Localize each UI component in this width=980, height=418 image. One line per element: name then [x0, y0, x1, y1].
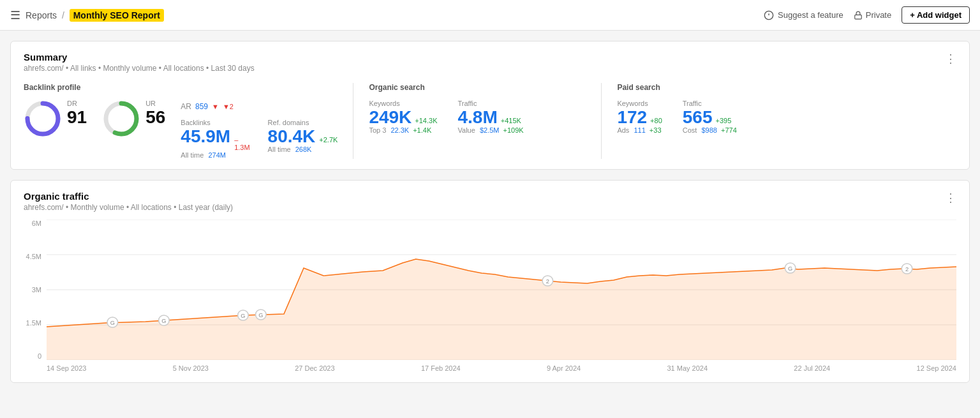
- summary-menu-icon[interactable]: ⋮: [945, 52, 956, 66]
- ur-label: UR: [145, 100, 165, 107]
- event-label-5: 2: [546, 278, 549, 285]
- x-axis: 14 Sep 2023 5 Nov 2023 27 Dec 2023 17 Fe…: [47, 362, 956, 372]
- add-widget-button[interactable]: + Add widget: [902, 6, 970, 24]
- organic-keywords-top3: Top 3 22.3K +1.4K: [369, 126, 437, 134]
- summary-body: Backlink profile DR 91: [24, 83, 956, 159]
- backlink-profile-title: Backlink profile: [24, 83, 338, 92]
- paid-traffic-label: Traffic: [683, 100, 737, 107]
- organic-search-section: Organic search Keywords 249K +14.3K Top …: [369, 83, 586, 159]
- reports-label[interactable]: Reports: [26, 10, 57, 20]
- chart-area: G G G G 2 G 2: [47, 220, 956, 372]
- backlink-profile-section: Backlink profile DR 91: [24, 83, 338, 159]
- x-label-sep24: 12 Sep 2024: [917, 364, 956, 372]
- private-button[interactable]: Private: [854, 10, 891, 20]
- paid-traffic-metric: Traffic 565 +395 Cost $988 +774: [683, 100, 737, 134]
- ar-label: AR: [181, 102, 191, 111]
- refdomains-metric: Ref. domains 80.4K +2.7K All time 268K: [268, 119, 338, 159]
- chart-svg: G G G G 2 G 2: [47, 220, 956, 360]
- x-label-apr24: 9 Apr 2024: [547, 364, 581, 372]
- organic-search-metrics: Keywords 249K +14.3K Top 3 22.3K +1.4K T…: [369, 100, 586, 134]
- paid-traffic-change: +395: [716, 117, 732, 124]
- paid-keywords-label: Keywords: [617, 100, 662, 107]
- organic-traffic-menu-icon[interactable]: ⋮: [945, 191, 956, 205]
- organic-traffic-change: +415K: [501, 117, 521, 124]
- paid-keywords-value: 172: [617, 108, 647, 126]
- ar-drop: ▼: [212, 103, 219, 110]
- paid-keywords-metric: Keywords 172 +80 Ads 111 +33: [617, 100, 662, 134]
- summary-card-header: Summary ahrefs.com/ • All links • Monthl…: [24, 52, 956, 73]
- backlink-row: DR 91 UR: [24, 100, 338, 159]
- breadcrumb-sep: /: [62, 10, 64, 20]
- dr-value: 91: [67, 108, 87, 126]
- summary-title: Summary: [24, 52, 255, 63]
- ar-row: AR 859 ▼ ▼2: [181, 102, 338, 111]
- dr-donut-svg: [24, 100, 62, 138]
- divider-1: [353, 83, 353, 159]
- backlinks-alltime: All time 274M: [181, 151, 249, 159]
- y-label-1-5m: 1.5M: [26, 319, 41, 327]
- main-content: Summary ahrefs.com/ • All links • Monthl…: [0, 31, 980, 403]
- summary-card: Summary ahrefs.com/ • All links • Monthl…: [10, 41, 970, 170]
- paid-keywords-change: +80: [650, 117, 662, 124]
- backlinks-label: Backlinks: [181, 119, 249, 126]
- breadcrumb: Reports / Monthly SEO Report: [26, 10, 164, 20]
- dr-donut: [24, 100, 62, 138]
- ar-value: 859: [195, 102, 208, 111]
- organic-traffic-subtitle: ahrefs.com/ • Monthly volume • All locat…: [24, 203, 233, 212]
- organic-traffic-card: Organic traffic ahrefs.com/ • Monthly vo…: [10, 180, 970, 383]
- topbar: ☰ Reports / Monthly SEO Report Suggest a…: [0, 0, 980, 31]
- x-label-jul24: 22 Jul 2024: [794, 364, 830, 372]
- ur-value: 56: [145, 108, 165, 126]
- organic-traffic-title: Organic traffic: [24, 191, 233, 202]
- dr-label: DR: [67, 100, 87, 107]
- organic-traffic-metric: Traffic 4.8M +415K Value $2.5M +109K: [458, 100, 524, 134]
- paid-cost-row: Cost $988 +774: [683, 126, 737, 134]
- ur-group: UR 56: [102, 100, 165, 138]
- organic-keywords-change: +14.3K: [415, 117, 437, 124]
- backlinks-ref-group: AR 859 ▼ ▼2 Backlinks 45.9M –1.3M: [181, 100, 338, 159]
- refdomains-change: +2.7K: [319, 136, 338, 144]
- organic-keywords-value: 249K: [369, 108, 412, 126]
- organic-keywords-label: Keywords: [369, 100, 437, 107]
- organic-traffic-titles: Organic traffic ahrefs.com/ • Monthly vo…: [24, 191, 233, 212]
- x-label-nov23: 5 Nov 2023: [173, 364, 209, 372]
- ur-metric: UR 56: [145, 100, 165, 126]
- backlinks-value: 45.9M: [181, 128, 230, 146]
- suggest-icon: [764, 10, 774, 20]
- divider-2: [601, 83, 602, 159]
- paid-ads-row: Ads 111 +33: [617, 126, 662, 134]
- summary-subtitle: ahrefs.com/ • All links • Monthly volume…: [24, 64, 255, 73]
- paid-search-section: Paid search Keywords 172 +80 Ads 111 +33: [617, 83, 956, 159]
- organic-traffic-value-row: Value $2.5M +109K: [458, 126, 524, 134]
- organic-traffic-label: Traffic: [458, 100, 524, 107]
- lock-icon: [854, 11, 863, 20]
- x-label-dec23: 27 Dec 2023: [295, 364, 334, 372]
- x-label-sep23: 14 Sep 2023: [47, 364, 86, 372]
- dr-group: DR 91: [24, 100, 87, 138]
- ur-donut-svg: [102, 100, 140, 138]
- ur-donut: [102, 100, 140, 138]
- ar-drop-val: ▼2: [223, 103, 234, 110]
- paid-traffic-value: 565: [683, 108, 713, 126]
- backlinks-metric: Backlinks 45.9M –1.3M All time 274M: [181, 119, 249, 159]
- y-axis: 6M 4.5M 3M 1.5M 0: [24, 220, 47, 360]
- refdomains-label: Ref. domains: [268, 119, 338, 126]
- event-label-3: G: [241, 313, 245, 319]
- svg-rect-1: [855, 15, 862, 19]
- event-label-7: 2: [905, 266, 909, 272]
- hamburger-icon[interactable]: ☰: [10, 8, 20, 22]
- event-label-2: G: [161, 318, 166, 324]
- y-label-4-5m: 4.5M: [26, 253, 41, 260]
- topbar-left: ☰ Reports / Monthly SEO Report: [10, 8, 164, 22]
- organic-keywords-metric: Keywords 249K +14.3K Top 3 22.3K +1.4K: [369, 100, 437, 134]
- suggest-feature-button[interactable]: Suggest a feature: [764, 10, 843, 20]
- summary-card-titles: Summary ahrefs.com/ • All links • Monthl…: [24, 52, 255, 73]
- x-label-feb24: 17 Feb 2024: [421, 364, 461, 372]
- event-label-4: G: [258, 312, 263, 318]
- organic-traffic-value: 4.8M: [458, 108, 498, 126]
- report-title: Monthly SEO Report: [70, 9, 164, 22]
- backlinks-change: –1.3M: [234, 136, 249, 151]
- y-label-6m: 6M: [32, 220, 41, 227]
- chart-wrapper: 6M 4.5M 3M 1.5M 0: [24, 220, 956, 372]
- organic-traffic-card-header: Organic traffic ahrefs.com/ • Monthly vo…: [24, 191, 956, 212]
